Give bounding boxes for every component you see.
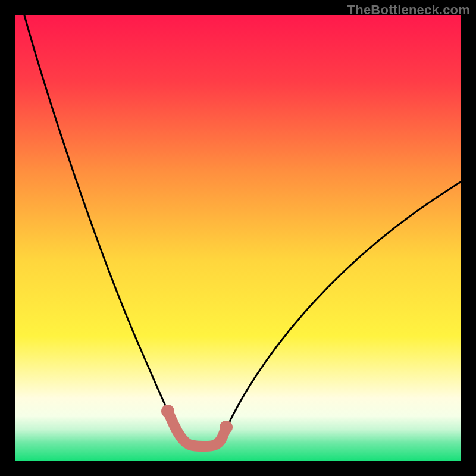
chart-plot-area (15, 15, 461, 461)
watermark-text: TheBottleneck.com (347, 2, 470, 18)
chart-svg (15, 15, 461, 461)
optimal-zone-start-dot (161, 405, 174, 418)
gradient-background (15, 15, 461, 461)
optimal-zone-end-dot (220, 421, 233, 434)
